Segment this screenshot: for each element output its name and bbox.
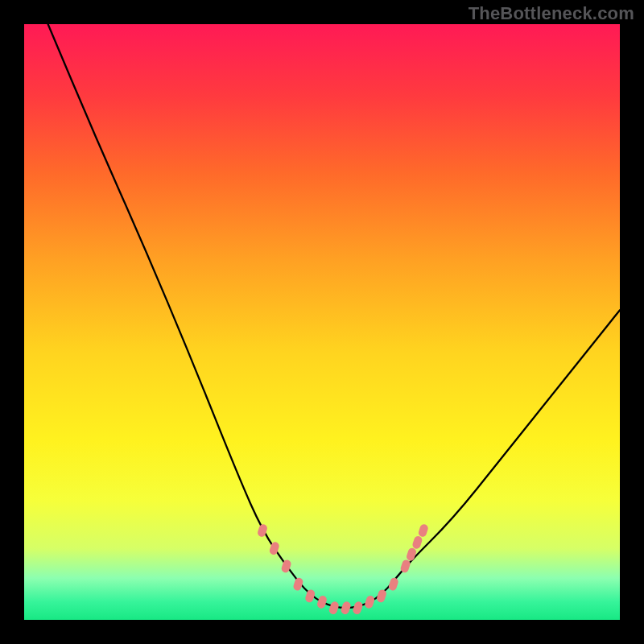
marker-dot [328, 601, 340, 615]
marker-dot [418, 523, 429, 538]
marker-dot [411, 535, 423, 550]
marker-dot [316, 595, 328, 609]
marker-dot [406, 547, 417, 561]
watermark-text: TheBottleneck.com [469, 3, 634, 24]
marker-dot [364, 595, 375, 609]
plot-area [24, 24, 620, 620]
marker-dot [292, 576, 303, 591]
marker-dot [340, 601, 351, 615]
chart-container: TheBottleneck.com [0, 0, 644, 644]
highlight-markers [257, 523, 429, 616]
marker-dot [352, 601, 363, 615]
curve-layer [24, 24, 620, 620]
bottleneck-curve [48, 24, 620, 608]
marker-dot [388, 576, 399, 591]
